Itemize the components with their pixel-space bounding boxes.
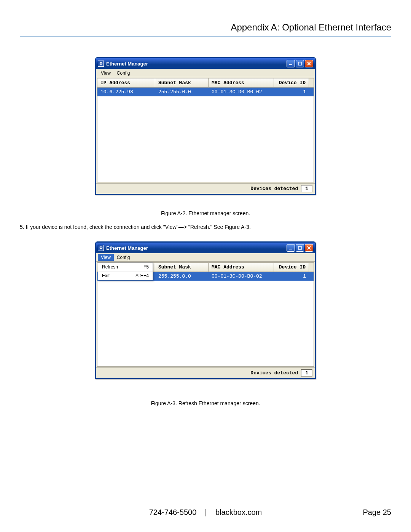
window-title: Ethernet Manager	[106, 245, 286, 251]
status-count: 1	[301, 185, 312, 192]
menu-exit-label: Exit	[102, 273, 110, 278]
footer-site: blackbox.com	[215, 508, 262, 516]
menubar: View Config	[96, 69, 315, 77]
col-id[interactable]: Device ID	[274, 263, 309, 272]
menubar: View Refresh F5 Exit Alt+F4 Config	[96, 253, 315, 262]
cell-mask: 255.255.0.0	[155, 272, 209, 281]
table-body	[97, 281, 314, 366]
app-icon: ⚙	[98, 245, 104, 251]
window-ethernet-manager-2: ⚙ Ethernet Manager View Refresh F5	[95, 241, 316, 379]
footer-phone: 724-746-5500	[149, 508, 197, 516]
menu-view[interactable]: View	[98, 70, 114, 77]
maximize-button[interactable]	[296, 60, 304, 67]
menu-view[interactable]: View Refresh F5 Exit Alt+F4	[98, 254, 114, 261]
menu-config[interactable]: Config	[114, 254, 133, 261]
col-id[interactable]: Device ID	[274, 78, 309, 87]
minimize-button[interactable]	[287, 244, 295, 252]
svg-rect-0	[289, 64, 292, 65]
device-table: IP Address Subnet Mask MAC Address Devic…	[97, 78, 314, 182]
cell-mac: 00-01-3C-D0-B0-02	[209, 272, 274, 281]
cell-id: 1	[274, 88, 309, 96]
cell-ip: 10.6.225.93	[97, 88, 155, 96]
status-label: Devices detected	[250, 186, 298, 192]
col-mask[interactable]: Subnet Mask	[155, 78, 209, 87]
footer-divider: |	[205, 508, 207, 516]
menu-refresh-key: F5	[143, 264, 149, 270]
menu-refresh-label: Refresh	[102, 264, 118, 270]
window-title: Ethernet Manager	[106, 61, 286, 67]
minimize-button[interactable]	[287, 60, 295, 67]
instruction-step5: 5. If your device is not found, check th…	[20, 224, 391, 230]
cell-id: 1	[274, 272, 309, 281]
menu-config[interactable]: Config	[114, 70, 133, 77]
cell-mask: 255.255.0.0	[155, 88, 209, 96]
page-footer: 724-746-5500 | blackbox.com Page 25	[20, 504, 391, 517]
statusbar: Devices detected 1	[96, 367, 315, 378]
menu-refresh[interactable]: Refresh F5	[98, 263, 153, 272]
menu-exit-key: Alt+F4	[135, 273, 149, 278]
cell-mac: 00-01-3C-D0-B0-02	[209, 88, 274, 96]
window-ethernet-manager-1: ⚙ Ethernet Manager View Config IP Addres…	[95, 57, 316, 195]
content-area: ⚙ Ethernet Manager View Config IP Addres…	[20, 57, 391, 414]
table-row[interactable]: 10.6.225.93 255.255.0.0 00-01-3C-D0-B0-0…	[97, 88, 314, 96]
app-icon: ⚙	[98, 61, 104, 67]
close-button[interactable]	[305, 244, 313, 252]
titlebar[interactable]: ⚙ Ethernet Manager	[96, 58, 315, 69]
svg-rect-2	[289, 249, 292, 249]
titlebar[interactable]: ⚙ Ethernet Manager	[96, 243, 315, 253]
menu-view-label: View	[101, 255, 111, 260]
maximize-button[interactable]	[296, 244, 304, 252]
svg-rect-3	[298, 246, 301, 249]
footer-contact: 724-746-5500 | blackbox.com	[20, 508, 391, 517]
status-count: 1	[301, 369, 312, 377]
view-dropdown: Refresh F5 Exit Alt+F4	[98, 262, 153, 280]
status-label: Devices detected	[250, 370, 298, 376]
col-mac[interactable]: MAC Address	[209, 263, 274, 272]
col-mac[interactable]: MAC Address	[209, 78, 274, 87]
svg-rect-1	[298, 62, 301, 65]
col-ip[interactable]: IP Address	[97, 78, 155, 87]
table-body	[97, 96, 314, 182]
table-header: IP Address Subnet Mask MAC Address Devic…	[97, 78, 314, 88]
figure-caption-a3: Figure A-3. Refresh Ethernet manager scr…	[20, 400, 391, 406]
menu-exit[interactable]: Exit Alt+F4	[98, 272, 153, 280]
close-button[interactable]	[305, 60, 313, 67]
col-mask[interactable]: Subnet Mask	[155, 263, 209, 272]
figure-caption-a2: Figure A-2. Ethernet manager screen.	[20, 210, 391, 216]
page-title: Appendix A: Optional Ethernet Interface	[231, 22, 391, 32]
page-header: Appendix A: Optional Ethernet Interface	[20, 22, 391, 37]
statusbar: Devices detected 1	[96, 183, 315, 194]
